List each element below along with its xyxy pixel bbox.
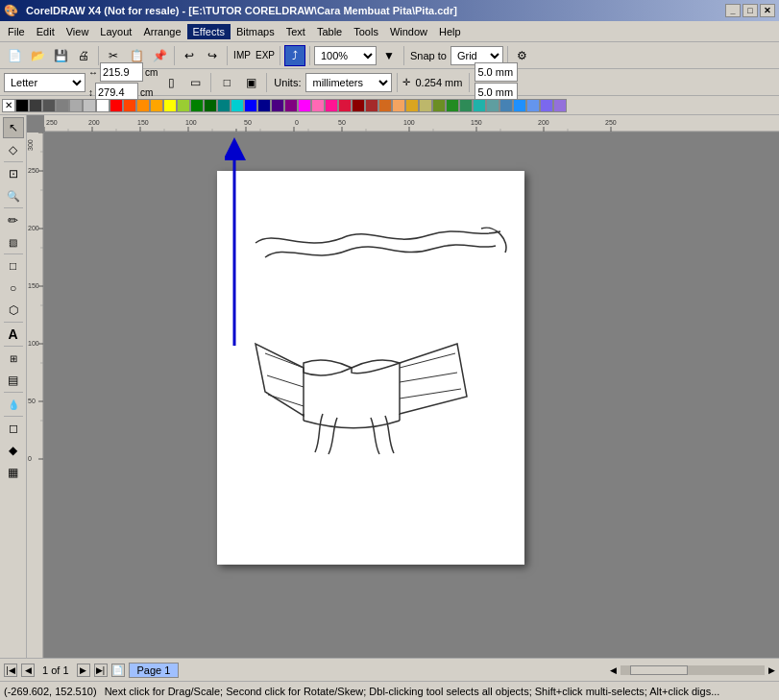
rectangle-tool[interactable]: □ bbox=[3, 255, 24, 277]
color-swatch-orange[interactable] bbox=[150, 99, 163, 112]
portrait-button[interactable]: ▯ bbox=[160, 72, 182, 93]
color-swatch-crimson[interactable] bbox=[338, 99, 352, 112]
ellipse-tool[interactable]: ○ bbox=[3, 278, 24, 299]
color-swatch-sandybrown[interactable] bbox=[392, 99, 405, 112]
color-swatch-olivedrab[interactable] bbox=[432, 99, 446, 112]
color-swatch-silver[interactable] bbox=[83, 99, 96, 112]
save-button[interactable]: 💾 bbox=[50, 45, 71, 66]
canvas-area[interactable]: 250 200 150 100 50 0 50 100 150 200 bbox=[27, 115, 779, 658]
menu-edit[interactable]: Edit bbox=[31, 24, 61, 39]
zoom-tool[interactable]: 🔍 bbox=[3, 185, 24, 206]
page-tab[interactable]: Page 1 bbox=[129, 663, 180, 678]
prev-page-button[interactable]: ◀ bbox=[21, 664, 35, 677]
arrange-toolbar-btn[interactable]: ⤴ bbox=[284, 45, 305, 66]
drawing-canvas[interactable] bbox=[44, 133, 779, 658]
menu-layout[interactable]: Layout bbox=[94, 24, 137, 39]
landscape-button[interactable]: ▭ bbox=[184, 72, 206, 93]
menu-help[interactable]: Help bbox=[433, 24, 467, 39]
menu-bitmaps[interactable]: Bitmaps bbox=[231, 24, 280, 39]
color-swatch-gray1[interactable] bbox=[42, 99, 56, 112]
color-swatch-cadetblue[interactable] bbox=[486, 99, 499, 112]
undo-button[interactable]: ↩ bbox=[179, 45, 200, 66]
color-swatch-seagreen[interactable] bbox=[459, 99, 473, 112]
color-swatch-indigo[interactable] bbox=[271, 99, 284, 112]
zoom-select[interactable]: 100% bbox=[314, 46, 377, 65]
color-swatch-gray2[interactable] bbox=[56, 99, 69, 112]
color-swatch-black[interactable] bbox=[15, 99, 29, 112]
color-swatch-hotpink[interactable] bbox=[311, 99, 325, 112]
bleed-button[interactable]: ▣ bbox=[240, 72, 261, 93]
color-swatch-darkkhaki[interactable] bbox=[419, 99, 432, 112]
color-swatch-goldenrod[interactable] bbox=[405, 99, 419, 112]
redo-button[interactable]: ↪ bbox=[202, 45, 223, 66]
menu-view[interactable]: View bbox=[61, 24, 95, 39]
page-border-button[interactable]: □ bbox=[216, 72, 237, 93]
color-swatch-mediumorchid[interactable] bbox=[553, 99, 567, 112]
color-swatch-yellow[interactable] bbox=[163, 99, 177, 112]
no-color-swatch[interactable]: ✕ bbox=[2, 99, 15, 112]
nudge1-field[interactable] bbox=[475, 62, 518, 82]
menu-window[interactable]: Window bbox=[384, 24, 433, 39]
close-button[interactable]: ✕ bbox=[760, 4, 775, 17]
scroll-arrow-right[interactable]: ▶ bbox=[768, 665, 775, 675]
color-swatch-red[interactable] bbox=[110, 99, 123, 112]
menu-file[interactable]: File bbox=[2, 24, 31, 39]
blend-tool[interactable]: ⊞ bbox=[3, 348, 24, 369]
menu-effects[interactable]: Effects bbox=[187, 24, 231, 39]
width-field[interactable] bbox=[100, 62, 143, 82]
color-swatch-teal[interactable] bbox=[217, 99, 231, 112]
color-swatch-deeppink[interactable] bbox=[325, 99, 338, 112]
color-swatch-darkblue[interactable] bbox=[257, 99, 271, 112]
scroll-arrow-left[interactable]: ◀ bbox=[610, 665, 617, 675]
import-button[interactable]: IMP bbox=[231, 45, 253, 66]
menu-table[interactable]: Table bbox=[311, 24, 348, 39]
shape-tool[interactable]: ◇ bbox=[3, 139, 24, 160]
color-swatch-dodgerblue[interactable] bbox=[513, 99, 526, 112]
crop-tool[interactable]: ⊡ bbox=[3, 163, 24, 184]
export-button[interactable]: EXP bbox=[255, 45, 276, 66]
color-swatch-cornflowerblue[interactable] bbox=[526, 99, 540, 112]
h-scrollbar-thumb[interactable] bbox=[630, 665, 688, 675]
text-tool[interactable]: A bbox=[3, 324, 24, 345]
smartfill-tool[interactable]: ▧ bbox=[3, 231, 24, 253]
color-swatch-mediumpurple[interactable] bbox=[540, 99, 553, 112]
color-swatch-forestgreen[interactable] bbox=[446, 99, 459, 112]
units-select[interactable]: millimeters bbox=[305, 73, 392, 92]
color-swatch-darkgray[interactable] bbox=[29, 99, 42, 112]
color-swatch-orangered[interactable] bbox=[123, 99, 136, 112]
first-page-button[interactable]: |◀ bbox=[4, 664, 17, 677]
open-button[interactable]: 📂 bbox=[27, 45, 48, 66]
color-swatch-purple[interactable] bbox=[284, 99, 298, 112]
h-scrollbar-track[interactable] bbox=[621, 665, 765, 675]
add-page-button[interactable]: 📄 bbox=[111, 664, 125, 677]
color-swatch-lightgray[interactable] bbox=[69, 99, 83, 112]
color-swatch-brown[interactable] bbox=[365, 99, 378, 112]
selection-tool[interactable]: ↖ bbox=[3, 117, 24, 138]
menu-text[interactable]: Text bbox=[280, 24, 311, 39]
fill-tool[interactable]: ◆ bbox=[3, 440, 24, 461]
color-swatch-steelblue[interactable] bbox=[499, 99, 513, 112]
color-swatch-magenta[interactable] bbox=[298, 99, 311, 112]
interactive-fill-tool[interactable]: ▦ bbox=[3, 462, 24, 483]
color-swatch-blue[interactable] bbox=[244, 99, 257, 112]
menu-arrange[interactable]: Arrange bbox=[137, 24, 186, 39]
minimize-button[interactable]: _ bbox=[725, 4, 741, 17]
polygon-tool[interactable]: ⬡ bbox=[3, 300, 24, 321]
color-swatch-green[interactable] bbox=[190, 99, 204, 112]
menu-tools[interactable]: Tools bbox=[348, 24, 384, 39]
color-swatch-darkorange[interactable] bbox=[136, 99, 150, 112]
new-button[interactable]: 📄 bbox=[4, 45, 25, 66]
color-swatch-cyan[interactable] bbox=[231, 99, 244, 112]
zoom-dropdown[interactable]: ▼ bbox=[378, 45, 400, 66]
color-swatch-white[interactable] bbox=[96, 99, 110, 112]
maximize-button[interactable]: □ bbox=[742, 4, 758, 17]
last-page-button[interactable]: ▶| bbox=[94, 664, 108, 677]
color-swatch-darkred[interactable] bbox=[352, 99, 365, 112]
page-size-select[interactable]: Letter bbox=[4, 73, 85, 92]
freehand-tool[interactable]: ✏ bbox=[3, 209, 24, 230]
next-page-button[interactable]: ▶ bbox=[77, 664, 90, 677]
eyedropper-tool[interactable]: 💧 bbox=[3, 394, 24, 415]
transparency-tool[interactable]: ▤ bbox=[3, 370, 24, 391]
color-swatch-darkgreen[interactable] bbox=[204, 99, 217, 112]
color-swatch-yellowgreen[interactable] bbox=[177, 99, 190, 112]
